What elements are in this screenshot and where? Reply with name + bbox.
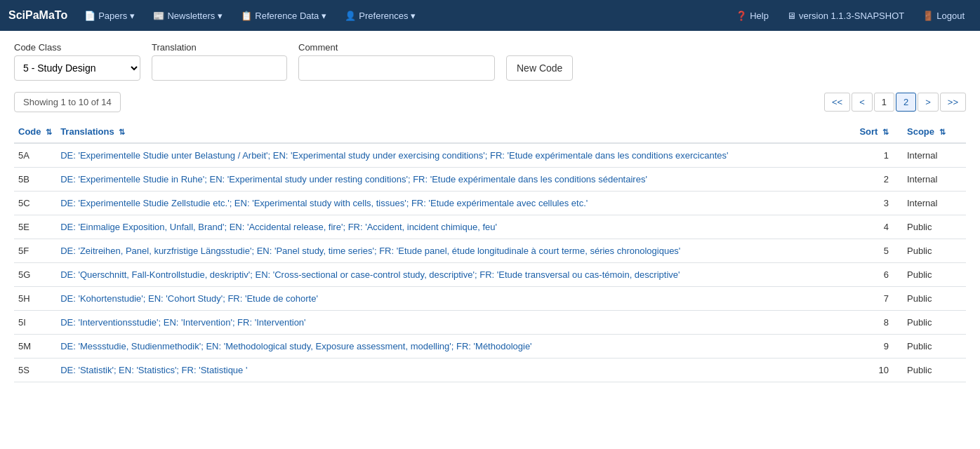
code-class-select[interactable]: 1 - Study Class2 - Region3 - Age Group4 … [14, 55, 140, 81]
row-code: 5F [14, 239, 56, 263]
comment-input[interactable] [298, 55, 495, 81]
row-code: 5I [14, 311, 56, 335]
table-header-row: Code ⇅ Translations ⇅ Sort ⇅ Scope ⇅ [14, 121, 966, 143]
newsletters-chevron-icon [218, 11, 223, 21]
comment-label: Comment [298, 42, 495, 53]
table-row: 5ADE: 'Experimentelle Studie unter Belas… [14, 143, 966, 168]
pagination-prev[interactable]: < [852, 93, 873, 112]
table-row: 5SDE: 'Statistik'; EN: 'Statistics'; FR:… [14, 358, 966, 382]
row-translation[interactable]: DE: 'Statistik'; EN: 'Statistics'; FR: '… [56, 358, 855, 382]
pagination-row: Showing 1 to 10 of 14 << < 1 2 > >> [14, 92, 966, 112]
row-scope: Public [903, 239, 966, 263]
table-row: 5GDE: 'Querschnitt, Fall-Kontrollstudie,… [14, 263, 966, 287]
row-translation[interactable]: DE: 'Interventionsstudie'; EN: 'Interven… [56, 311, 855, 335]
row-code: 5A [14, 143, 56, 168]
row-translation[interactable]: DE: 'Kohortenstudie'; EN: 'Cohort Study'… [56, 287, 855, 311]
row-translation[interactable]: DE: 'Experimentelle Studie in Ruhe'; EN:… [56, 168, 855, 192]
table-row: 5FDE: 'Zeitreihen, Panel, kurzfristige L… [14, 239, 966, 263]
col-scope[interactable]: Scope ⇅ [903, 121, 966, 143]
nav-preferences[interactable]: 👤 Preferences [338, 6, 423, 25]
sort-sort-icon: ⇅ [882, 128, 889, 137]
row-scope: Public [903, 287, 966, 311]
col-sort[interactable]: Sort ⇅ [855, 121, 903, 143]
preferences-chevron-icon [411, 11, 416, 21]
scope-sort-icon: ⇅ [939, 128, 946, 137]
row-scope: Internal [903, 143, 966, 168]
nav-right: ❓ Help 🖥 version 1.1.3-SNAPSHOT 🚪 Logout [729, 6, 972, 25]
translation-input[interactable] [152, 55, 287, 81]
row-scope: Public [903, 335, 966, 358]
preferences-icon: 👤 [345, 11, 356, 21]
row-sort: 6 [855, 263, 903, 287]
code-class-label: Code Class [14, 42, 140, 53]
row-sort: 5 [855, 239, 903, 263]
row-scope: Internal [903, 192, 966, 215]
row-scope: Public [903, 358, 966, 382]
row-sort: 7 [855, 287, 903, 311]
row-scope: Public [903, 311, 966, 335]
logout-icon: 🚪 [922, 11, 934, 21]
nav-help[interactable]: ❓ Help [729, 6, 776, 25]
papers-chevron-icon [130, 11, 135, 21]
row-scope: Internal [903, 168, 966, 192]
col-code[interactable]: Code ⇅ [14, 121, 56, 143]
code-class-group: Code Class 1 - Study Class2 - Region3 - … [14, 42, 140, 81]
table-row: 5EDE: 'Einmalige Exposition, Unfall, Bra… [14, 215, 966, 239]
table-row: 5HDE: 'Kohortenstudie'; EN: 'Cohort Stud… [14, 287, 966, 311]
newsletters-icon: 📰 [153, 11, 164, 21]
pagination-page2[interactable]: 2 [896, 93, 916, 112]
refdata-icon: 📋 [241, 11, 252, 21]
row-sort: 9 [855, 335, 903, 358]
papers-icon: 📄 [84, 11, 95, 21]
row-translation[interactable]: DE: 'Querschnitt, Fall-Kontrollstudie, d… [56, 263, 855, 287]
row-code: 5M [14, 335, 56, 358]
nav-newsletters[interactable]: 📰 Newsletters [146, 6, 230, 25]
row-code: 5E [14, 215, 56, 239]
row-code: 5B [14, 168, 56, 192]
filter-row: Code Class 1 - Study Class2 - Region3 - … [14, 42, 966, 81]
table-row: 5IDE: 'Interventionsstudie'; EN: 'Interv… [14, 311, 966, 335]
translations-sort-icon: ⇅ [119, 128, 125, 137]
row-sort: 8 [855, 311, 903, 335]
translation-label: Translation [152, 42, 287, 53]
row-code: 5S [14, 358, 56, 382]
version-icon: 🖥 [787, 11, 796, 21]
row-scope: Public [903, 215, 966, 239]
table-row: 5CDE: 'Experimentelle Studie Zellstudie … [14, 192, 966, 215]
row-translation[interactable]: DE: 'Messstudie, Studienmethodik'; EN: '… [56, 335, 855, 358]
main-content: Code Class 1 - Study Class2 - Region3 - … [0, 31, 980, 449]
row-sort: 2 [855, 168, 903, 192]
table-body: 5ADE: 'Experimentelle Studie unter Belas… [14, 143, 966, 382]
row-translation[interactable]: DE: 'Zeitreihen, Panel, kurzfristige Län… [56, 239, 855, 263]
row-translation[interactable]: DE: 'Experimentelle Studie Zellstudie et… [56, 192, 855, 215]
table-row: 5MDE: 'Messstudie, Studienmethodik'; EN:… [14, 335, 966, 358]
table-row: 5BDE: 'Experimentelle Studie in Ruhe'; E… [14, 168, 966, 192]
row-scope: Public [903, 263, 966, 287]
pagination-first[interactable]: << [824, 93, 850, 112]
refdata-chevron-icon [322, 11, 326, 21]
row-sort: 1 [855, 143, 903, 168]
navbar: SciPaMaTo 📄 Papers 📰 Newsletters 📋 Refer… [0, 0, 980, 31]
row-translation[interactable]: DE: 'Experimentelle Studie unter Belastu… [56, 143, 855, 168]
nav-papers[interactable]: 📄 Papers [77, 6, 142, 25]
codes-table: Code ⇅ Translations ⇅ Sort ⇅ Scope ⇅ 5AD… [14, 121, 966, 382]
comment-group: Comment [298, 42, 495, 81]
new-code-button[interactable]: New Code [506, 55, 573, 81]
nav-version: 🖥 version 1.1.3-SNAPSHOT [780, 6, 911, 25]
row-sort: 4 [855, 215, 903, 239]
row-code: 5H [14, 287, 56, 311]
pagination-next[interactable]: > [918, 93, 939, 112]
pagination-page1[interactable]: 1 [874, 93, 894, 112]
row-sort: 10 [855, 358, 903, 382]
nav-logout[interactable]: 🚪 Logout [915, 6, 972, 25]
row-code: 5G [14, 263, 56, 287]
nav-refdata[interactable]: 📋 Reference Data [234, 6, 333, 25]
showing-badge: Showing 1 to 10 of 14 [14, 92, 121, 112]
col-translations[interactable]: Translations ⇅ [56, 121, 855, 143]
pagination-last[interactable]: >> [940, 93, 966, 112]
help-icon: ❓ [736, 11, 747, 21]
translation-group: Translation [152, 42, 287, 81]
code-sort-icon: ⇅ [46, 128, 52, 137]
row-code: 5C [14, 192, 56, 215]
row-translation[interactable]: DE: 'Einmalige Exposition, Unfall, Brand… [56, 215, 855, 239]
